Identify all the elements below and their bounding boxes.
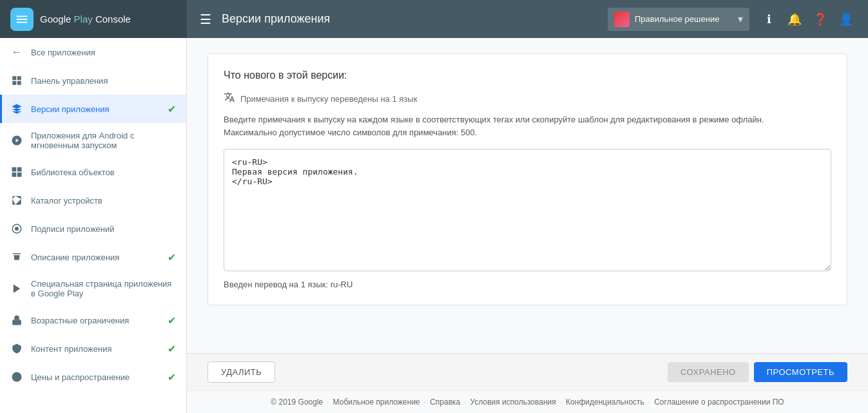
logo-text: Google Play Console — [40, 14, 131, 24]
main-header: ☰ Версии приложения Правильное решение ▾… — [187, 8, 868, 31]
svg-rect-11 — [12, 320, 21, 325]
footer-link-help[interactable]: Справка — [430, 398, 460, 407]
chevron-down-icon: ▾ — [738, 13, 743, 25]
translation-status: Введен перевод на 1 язык: ru-RU — [224, 280, 831, 289]
page-title: Версии приложения — [222, 12, 600, 26]
hamburger-button[interactable]: ☰ — [197, 9, 214, 30]
sidebar-label: Версии приложения — [31, 104, 160, 114]
translate-icon — [224, 91, 235, 106]
catalog-icon — [10, 194, 23, 207]
footer: © 2019 Google · Мобильное приложение · С… — [187, 390, 868, 413]
check-icon: ✔ — [168, 343, 176, 355]
sidebar-label: Приложения для Android с мгновенным запу… — [31, 131, 176, 150]
copyright-text: © 2019 Google — [271, 398, 323, 407]
signing-icon — [10, 222, 23, 235]
layout: ← Все приложения Панель управления Верси… — [0, 38, 868, 413]
logo-icon — [10, 8, 34, 31]
sidebar-item-device-catalog[interactable]: Каталог устройств — [0, 186, 186, 215]
svg-rect-3 — [17, 81, 21, 85]
play-icon — [10, 282, 23, 295]
translation-note-text: Примечания к выпуску переведены на 1 язы… — [240, 94, 417, 104]
sidebar-item-signing[interactable]: Подписи приложений — [0, 215, 186, 243]
library-icon — [10, 166, 23, 178]
sidebar-label: Библиотека объектов — [31, 168, 176, 177]
action-bar: УДАЛИТЬ СОХРАНЕНО ПРОСМОТРЕТЬ — [187, 353, 868, 390]
svg-rect-1 — [17, 76, 21, 80]
sidebar-label: Панель управления — [31, 76, 176, 86]
sidebar-item-play-page[interactable]: Специальная страница приложения в Google… — [0, 271, 186, 306]
svg-point-10 — [15, 227, 19, 231]
sidebar-item-age-ratings[interactable]: Возрастные ограничения ✔ — [0, 306, 186, 334]
release-notes-card: Что нового в этой версии: Примечания к в… — [207, 53, 847, 305]
footer-link-privacy[interactable]: Конфиденциальность — [566, 398, 644, 407]
store-icon — [10, 251, 23, 264]
main-content: Что нового в этой версии: Примечания к в… — [187, 38, 868, 413]
check-icon: ✔ — [168, 371, 176, 383]
footer-link-agreement[interactable]: Соглашение о распространении ПО — [654, 398, 784, 407]
dashboard-icon — [10, 74, 23, 87]
delete-button[interactable]: УДАЛИТЬ — [207, 361, 275, 383]
svg-rect-8 — [17, 173, 22, 177]
app-icon — [614, 12, 630, 27]
sidebar-header: Google Play Console — [0, 0, 187, 38]
header-icons: ℹ 🔔 ❓ 👤 — [757, 8, 858, 31]
footer-link-terms[interactable]: Условия использования — [470, 398, 556, 407]
sidebar-item-pricing[interactable]: Цены и распространение ✔ — [0, 363, 186, 391]
back-icon: ← — [10, 46, 23, 59]
help-button[interactable]: ❓ — [809, 8, 832, 31]
app-selector-text: Правильное решение — [635, 14, 733, 24]
footer-link-mobile[interactable]: Мобильное приложение — [333, 398, 420, 407]
sidebar-item-app-content[interactable]: Контент приложения ✔ — [0, 334, 186, 363]
app-selector[interactable]: Правильное решение ▾ — [608, 8, 749, 31]
sidebar-label: Все приложения — [31, 48, 176, 57]
shield-icon — [10, 342, 23, 355]
sidebar-item-instant-apps[interactable]: Приложения для Android с мгновенным запу… — [0, 123, 186, 158]
svg-rect-0 — [12, 76, 16, 80]
check-icon: ✔ — [168, 103, 176, 115]
check-icon: ✔ — [168, 251, 176, 264]
age-icon — [10, 314, 23, 327]
check-icon: ✔ — [168, 314, 176, 327]
account-button[interactable]: 👤 — [834, 8, 858, 31]
sidebar-label: Каталог устройств — [31, 196, 176, 206]
review-button[interactable]: ПРОСМОТРЕТЬ — [754, 362, 847, 382]
content-area: Что нового в этой версии: Примечания к в… — [187, 38, 868, 353]
instant-icon — [10, 134, 23, 147]
info-button[interactable]: ℹ — [757, 8, 780, 31]
svg-rect-5 — [12, 168, 17, 172]
sidebar-label: Возрастные ограничения — [31, 316, 160, 325]
svg-rect-7 — [12, 173, 17, 177]
right-buttons: СОХРАНЕНО ПРОСМОТРЕТЬ — [668, 362, 847, 382]
sidebar-label: Описание приложения — [31, 253, 160, 262]
sidebar-item-app-versions[interactable]: Версии приложения ✔ — [0, 95, 186, 123]
header: Google Play Console ☰ Версии приложения … — [0, 0, 868, 38]
section-title: Что нового в этой версии: — [224, 70, 831, 81]
svg-rect-2 — [12, 81, 16, 85]
sidebar-item-all-apps[interactable]: ← Все приложения — [0, 38, 186, 66]
versions-icon — [10, 102, 23, 115]
sidebar-item-dashboard[interactable]: Панель управления — [0, 66, 186, 95]
notifications-button[interactable]: 🔔 — [783, 8, 806, 31]
sidebar: ← Все приложения Панель управления Верси… — [0, 38, 187, 413]
svg-rect-6 — [17, 168, 22, 172]
description-text: Введите примечания к выпуску на каждом я… — [224, 113, 831, 139]
globe-icon — [10, 370, 23, 383]
sidebar-item-asset-library[interactable]: Библиотека объектов — [0, 158, 186, 186]
notes-textarea[interactable]: <ru-RU> Первая версия приложения. </ru-R… — [224, 149, 831, 271]
sidebar-label: Специальная страница приложения в Google… — [31, 279, 176, 298]
sidebar-label: Контент приложения — [31, 344, 160, 354]
sidebar-label: Цены и распространение — [31, 372, 160, 382]
translation-row: Примечания к выпуску переведены на 1 язы… — [224, 91, 831, 106]
saved-button: СОХРАНЕНО — [668, 362, 749, 382]
sidebar-item-description[interactable]: Описание приложения ✔ — [0, 243, 186, 271]
sidebar-label: Подписи приложений — [31, 224, 176, 234]
